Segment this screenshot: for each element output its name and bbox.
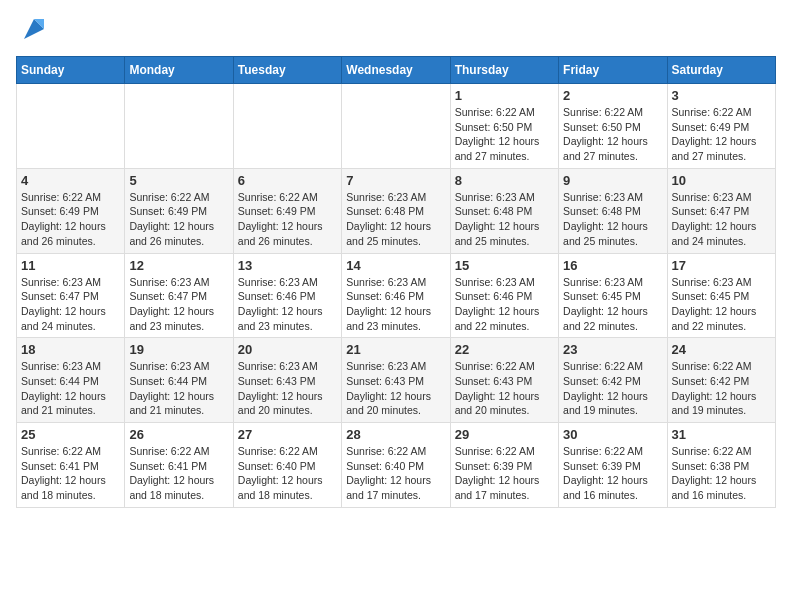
day-info: Sunrise: 6:23 AMSunset: 6:47 PMDaylight:… xyxy=(129,275,228,334)
day-number: 7 xyxy=(346,173,445,188)
day-info: Sunrise: 6:22 AMSunset: 6:49 PMDaylight:… xyxy=(238,190,337,249)
day-number: 26 xyxy=(129,427,228,442)
day-number: 20 xyxy=(238,342,337,357)
calendar-cell xyxy=(125,84,233,169)
calendar-cell: 21Sunrise: 6:23 AMSunset: 6:43 PMDayligh… xyxy=(342,338,450,423)
day-info: Sunrise: 6:22 AMSunset: 6:50 PMDaylight:… xyxy=(563,105,662,164)
day-number: 31 xyxy=(672,427,771,442)
calendar-cell: 10Sunrise: 6:23 AMSunset: 6:47 PMDayligh… xyxy=(667,168,775,253)
day-info: Sunrise: 6:23 AMSunset: 6:46 PMDaylight:… xyxy=(238,275,337,334)
day-number: 4 xyxy=(21,173,120,188)
day-number: 11 xyxy=(21,258,120,273)
day-number: 29 xyxy=(455,427,554,442)
calendar-cell: 7Sunrise: 6:23 AMSunset: 6:48 PMDaylight… xyxy=(342,168,450,253)
calendar-cell: 30Sunrise: 6:22 AMSunset: 6:39 PMDayligh… xyxy=(559,423,667,508)
calendar-cell xyxy=(17,84,125,169)
day-info: Sunrise: 6:22 AMSunset: 6:50 PMDaylight:… xyxy=(455,105,554,164)
day-number: 1 xyxy=(455,88,554,103)
calendar-cell: 13Sunrise: 6:23 AMSunset: 6:46 PMDayligh… xyxy=(233,253,341,338)
calendar-week-2: 11Sunrise: 6:23 AMSunset: 6:47 PMDayligh… xyxy=(17,253,776,338)
day-info: Sunrise: 6:22 AMSunset: 6:39 PMDaylight:… xyxy=(563,444,662,503)
calendar-cell: 31Sunrise: 6:22 AMSunset: 6:38 PMDayligh… xyxy=(667,423,775,508)
calendar-cell: 1Sunrise: 6:22 AMSunset: 6:50 PMDaylight… xyxy=(450,84,558,169)
day-number: 10 xyxy=(672,173,771,188)
col-saturday: Saturday xyxy=(667,57,775,84)
calendar-cell: 24Sunrise: 6:22 AMSunset: 6:42 PMDayligh… xyxy=(667,338,775,423)
calendar-cell: 15Sunrise: 6:23 AMSunset: 6:46 PMDayligh… xyxy=(450,253,558,338)
day-info: Sunrise: 6:22 AMSunset: 6:38 PMDaylight:… xyxy=(672,444,771,503)
day-number: 19 xyxy=(129,342,228,357)
day-number: 3 xyxy=(672,88,771,103)
calendar-cell: 27Sunrise: 6:22 AMSunset: 6:40 PMDayligh… xyxy=(233,423,341,508)
day-info: Sunrise: 6:22 AMSunset: 6:41 PMDaylight:… xyxy=(129,444,228,503)
calendar-cell: 26Sunrise: 6:22 AMSunset: 6:41 PMDayligh… xyxy=(125,423,233,508)
day-number: 6 xyxy=(238,173,337,188)
calendar-week-0: 1Sunrise: 6:22 AMSunset: 6:50 PMDaylight… xyxy=(17,84,776,169)
calendar-cell: 4Sunrise: 6:22 AMSunset: 6:49 PMDaylight… xyxy=(17,168,125,253)
day-info: Sunrise: 6:23 AMSunset: 6:47 PMDaylight:… xyxy=(21,275,120,334)
calendar-cell: 5Sunrise: 6:22 AMSunset: 6:49 PMDaylight… xyxy=(125,168,233,253)
day-number: 30 xyxy=(563,427,662,442)
day-info: Sunrise: 6:23 AMSunset: 6:45 PMDaylight:… xyxy=(563,275,662,334)
calendar-cell: 22Sunrise: 6:22 AMSunset: 6:43 PMDayligh… xyxy=(450,338,558,423)
day-number: 28 xyxy=(346,427,445,442)
day-info: Sunrise: 6:22 AMSunset: 6:42 PMDaylight:… xyxy=(563,359,662,418)
logo-icon xyxy=(19,14,49,44)
day-info: Sunrise: 6:23 AMSunset: 6:47 PMDaylight:… xyxy=(672,190,771,249)
calendar-week-1: 4Sunrise: 6:22 AMSunset: 6:49 PMDaylight… xyxy=(17,168,776,253)
calendar-cell: 6Sunrise: 6:22 AMSunset: 6:49 PMDaylight… xyxy=(233,168,341,253)
col-sunday: Sunday xyxy=(17,57,125,84)
calendar-week-3: 18Sunrise: 6:23 AMSunset: 6:44 PMDayligh… xyxy=(17,338,776,423)
day-number: 21 xyxy=(346,342,445,357)
day-info: Sunrise: 6:22 AMSunset: 6:40 PMDaylight:… xyxy=(346,444,445,503)
day-number: 5 xyxy=(129,173,228,188)
day-info: Sunrise: 6:23 AMSunset: 6:43 PMDaylight:… xyxy=(346,359,445,418)
calendar-cell: 14Sunrise: 6:23 AMSunset: 6:46 PMDayligh… xyxy=(342,253,450,338)
day-info: Sunrise: 6:23 AMSunset: 6:45 PMDaylight:… xyxy=(672,275,771,334)
day-number: 8 xyxy=(455,173,554,188)
calendar-cell: 2Sunrise: 6:22 AMSunset: 6:50 PMDaylight… xyxy=(559,84,667,169)
col-monday: Monday xyxy=(125,57,233,84)
day-number: 14 xyxy=(346,258,445,273)
day-number: 2 xyxy=(563,88,662,103)
day-info: Sunrise: 6:22 AMSunset: 6:40 PMDaylight:… xyxy=(238,444,337,503)
day-info: Sunrise: 6:23 AMSunset: 6:44 PMDaylight:… xyxy=(21,359,120,418)
calendar-cell: 12Sunrise: 6:23 AMSunset: 6:47 PMDayligh… xyxy=(125,253,233,338)
day-info: Sunrise: 6:22 AMSunset: 6:39 PMDaylight:… xyxy=(455,444,554,503)
day-info: Sunrise: 6:22 AMSunset: 6:49 PMDaylight:… xyxy=(672,105,771,164)
calendar-cell: 29Sunrise: 6:22 AMSunset: 6:39 PMDayligh… xyxy=(450,423,558,508)
day-info: Sunrise: 6:23 AMSunset: 6:43 PMDaylight:… xyxy=(238,359,337,418)
calendar-cell xyxy=(233,84,341,169)
day-info: Sunrise: 6:23 AMSunset: 6:46 PMDaylight:… xyxy=(346,275,445,334)
calendar-cell: 20Sunrise: 6:23 AMSunset: 6:43 PMDayligh… xyxy=(233,338,341,423)
calendar-cell: 11Sunrise: 6:23 AMSunset: 6:47 PMDayligh… xyxy=(17,253,125,338)
col-wednesday: Wednesday xyxy=(342,57,450,84)
calendar-cell: 28Sunrise: 6:22 AMSunset: 6:40 PMDayligh… xyxy=(342,423,450,508)
calendar-cell: 18Sunrise: 6:23 AMSunset: 6:44 PMDayligh… xyxy=(17,338,125,423)
day-info: Sunrise: 6:23 AMSunset: 6:48 PMDaylight:… xyxy=(563,190,662,249)
col-tuesday: Tuesday xyxy=(233,57,341,84)
calendar-cell: 23Sunrise: 6:22 AMSunset: 6:42 PMDayligh… xyxy=(559,338,667,423)
day-info: Sunrise: 6:23 AMSunset: 6:46 PMDaylight:… xyxy=(455,275,554,334)
calendar-week-4: 25Sunrise: 6:22 AMSunset: 6:41 PMDayligh… xyxy=(17,423,776,508)
day-number: 22 xyxy=(455,342,554,357)
day-number: 15 xyxy=(455,258,554,273)
calendar-cell: 25Sunrise: 6:22 AMSunset: 6:41 PMDayligh… xyxy=(17,423,125,508)
day-info: Sunrise: 6:22 AMSunset: 6:43 PMDaylight:… xyxy=(455,359,554,418)
day-number: 17 xyxy=(672,258,771,273)
calendar-cell: 17Sunrise: 6:23 AMSunset: 6:45 PMDayligh… xyxy=(667,253,775,338)
day-info: Sunrise: 6:22 AMSunset: 6:41 PMDaylight:… xyxy=(21,444,120,503)
day-info: Sunrise: 6:23 AMSunset: 6:44 PMDaylight:… xyxy=(129,359,228,418)
day-info: Sunrise: 6:22 AMSunset: 6:49 PMDaylight:… xyxy=(21,190,120,249)
day-number: 16 xyxy=(563,258,662,273)
calendar-body: 1Sunrise: 6:22 AMSunset: 6:50 PMDaylight… xyxy=(17,84,776,508)
day-info: Sunrise: 6:23 AMSunset: 6:48 PMDaylight:… xyxy=(346,190,445,249)
calendar-cell: 9Sunrise: 6:23 AMSunset: 6:48 PMDaylight… xyxy=(559,168,667,253)
calendar-cell: 8Sunrise: 6:23 AMSunset: 6:48 PMDaylight… xyxy=(450,168,558,253)
day-number: 24 xyxy=(672,342,771,357)
calendar-cell xyxy=(342,84,450,169)
calendar-table: Sunday Monday Tuesday Wednesday Thursday… xyxy=(16,56,776,508)
day-info: Sunrise: 6:23 AMSunset: 6:48 PMDaylight:… xyxy=(455,190,554,249)
day-number: 25 xyxy=(21,427,120,442)
day-number: 9 xyxy=(563,173,662,188)
